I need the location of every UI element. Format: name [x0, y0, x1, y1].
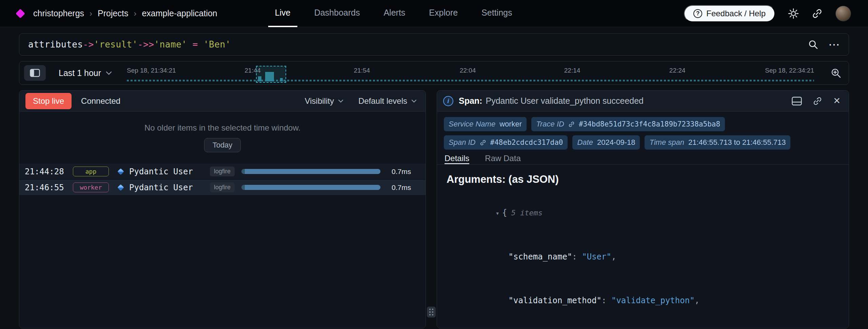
- query-token: ->>: [138, 39, 154, 50]
- info-icon: i: [443, 96, 453, 106]
- json-tree: ▾{5 items "schema_name": "User", "valida…: [447, 191, 839, 328]
- link-icon: [480, 139, 486, 146]
- chip-value: #48eb2cdcdc317da0: [490, 138, 563, 147]
- detail-tabs: Details Raw Data: [437, 154, 849, 164]
- timeline-tick: 22:14: [564, 67, 580, 74]
- tab-details[interactable]: Details: [445, 154, 469, 164]
- today-button[interactable]: Today: [204, 138, 241, 152]
- query-token: 'name': [154, 39, 187, 50]
- chip-value: 21:46:55.713 to 21:46:55.713: [688, 138, 786, 147]
- share-link-icon[interactable]: [812, 8, 823, 19]
- json-line: ▾"input_data": {3 items: [447, 323, 839, 328]
- sidebar-toggle-button[interactable]: [24, 65, 46, 81]
- duration-bar: [241, 169, 385, 174]
- timeline-tick: 22:24: [669, 67, 686, 74]
- query-token: ->: [83, 39, 94, 50]
- tab-alerts[interactable]: Alerts: [377, 0, 412, 27]
- collapse-caret-icon[interactable]: ▾: [496, 206, 499, 220]
- zoom-in-icon[interactable]: [830, 67, 841, 78]
- query-token: =: [187, 39, 203, 50]
- span-label: Span:: [459, 96, 482, 105]
- tab-raw-data[interactable]: Raw Data: [485, 154, 520, 164]
- empty-window-message: No older items in the selected time wind…: [19, 123, 426, 133]
- user-avatar[interactable]: [835, 6, 851, 21]
- top-nav: christophergs › Projects › example-appli…: [0, 0, 868, 27]
- tab-explore[interactable]: Explore: [422, 0, 465, 27]
- timeline-tick: 21:54: [354, 67, 370, 74]
- breadcrumb-separator-icon: ›: [90, 9, 92, 18]
- service-tag: app: [73, 167, 109, 176]
- scope-badge: logfire: [210, 167, 235, 176]
- panel-resize-handle[interactable]: [427, 307, 436, 317]
- scope-badge: logfire: [210, 182, 235, 192]
- query-more-menu-icon[interactable]: ⋯: [828, 41, 840, 48]
- chip-label: Time span: [649, 138, 684, 147]
- tab-dashboards[interactable]: Dashboards: [308, 0, 367, 27]
- trace-id-chip[interactable]: Trace ID #34bd8e51d73c3f4c8a189b72338a5b…: [531, 117, 725, 131]
- live-feed-panel: Stop live Connected Visibility Default l…: [19, 90, 426, 328]
- json-line: ▾{5 items: [447, 191, 839, 235]
- nav-right-cluster: ? Feedback / Help: [684, 5, 851, 22]
- span-kind-icon: [117, 168, 124, 175]
- span-row[interactable]: 21:44:28 app Pydantic User logfire 0.7ms: [19, 164, 426, 179]
- span-id-chip[interactable]: Span ID #48eb2cdcdc317da0: [444, 135, 568, 150]
- live-feed-header: Stop live Connected Visibility Default l…: [19, 91, 426, 112]
- chip-label: Span ID: [449, 138, 476, 147]
- default-levels-dropdown[interactable]: Default levels: [358, 96, 417, 106]
- theme-toggle-icon[interactable]: [788, 8, 799, 19]
- span-rows: 21:44:28 app Pydantic User logfire 0.7ms…: [19, 164, 426, 195]
- chip-label: Service Name: [449, 120, 495, 129]
- time-range-label: Last 1 hour: [59, 68, 101, 78]
- search-icon[interactable]: [808, 39, 818, 50]
- service-tag: worker: [73, 182, 109, 192]
- json-line: "schema_name": "User",: [447, 235, 839, 279]
- breadcrumb-projects[interactable]: Projects: [98, 8, 128, 18]
- chip-label: Date: [577, 138, 593, 147]
- brand-logo-icon[interactable]: [16, 8, 25, 18]
- span-time: 21:46:55: [25, 183, 68, 192]
- duration-bar: [241, 185, 385, 190]
- span-kind-icon: [117, 184, 124, 191]
- chip-value: worker: [499, 120, 522, 129]
- chevron-down-icon: [411, 99, 417, 103]
- main-nav: Live Dashboards Alerts Explore Settings: [268, 0, 519, 27]
- breadcrumb-org[interactable]: christophergs: [33, 8, 84, 18]
- span-duration: 0.7ms: [392, 183, 420, 192]
- span-metadata-chips: Service Name worker Trace ID #34bd8e51d7…: [437, 112, 849, 151]
- main-split: Stop live Connected Visibility Default l…: [19, 90, 849, 328]
- span-name: Pydantic User validate_python succeeded: [486, 96, 644, 105]
- breadcrumb: christophergs › Projects › example-appli…: [33, 8, 217, 18]
- span-row[interactable]: 21:46:55 worker Pydantic User logfire 0.…: [19, 180, 426, 195]
- span-title: Pydantic User: [129, 167, 210, 176]
- query-token: attributes: [28, 39, 83, 50]
- breadcrumb-project-name[interactable]: example-application: [142, 8, 217, 18]
- stop-live-button[interactable]: Stop live: [25, 93, 72, 109]
- timeline-activity-ruler: [127, 80, 814, 81]
- feedback-help-button[interactable]: ? Feedback / Help: [684, 5, 775, 22]
- span-title: Pydantic User: [129, 183, 210, 192]
- span-duration: 0.7ms: [392, 168, 420, 176]
- timeline-tick: 22:04: [460, 67, 476, 74]
- dock-panel-icon[interactable]: [792, 97, 802, 105]
- query-bar: attributes->'result'->>'name' = 'Ben' ⋯: [19, 33, 849, 56]
- connection-status: Connected: [81, 96, 120, 106]
- question-icon: ?: [693, 9, 702, 18]
- chevron-down-icon: [106, 71, 112, 75]
- span-detail-panel: i Span:Pydantic User validate_python suc…: [437, 90, 849, 328]
- visibility-dropdown[interactable]: Visibility: [305, 96, 343, 106]
- close-icon[interactable]: ✕: [833, 96, 841, 106]
- query-token: 'Ben': [203, 39, 231, 50]
- tab-settings[interactable]: Settings: [475, 0, 519, 27]
- copy-link-icon[interactable]: [813, 96, 822, 106]
- feedback-help-label: Feedback / Help: [706, 9, 766, 18]
- timeline-strip[interactable]: Sep 18, 21:34:21 21:44 21:54 22:04 22:14…: [127, 61, 814, 84]
- tab-live[interactable]: Live: [268, 0, 297, 27]
- timeline-selection[interactable]: [256, 66, 286, 83]
- timeline-tick: Sep 18, 21:34:21: [127, 67, 176, 74]
- arguments-heading: Arguments: (as JSON): [447, 173, 839, 186]
- query-token: 'result': [94, 39, 138, 50]
- default-levels-label: Default levels: [358, 96, 407, 106]
- span-detail-header: i Span:Pydantic User validate_python suc…: [437, 91, 849, 112]
- time-range-selector[interactable]: Last 1 hour: [59, 68, 112, 78]
- query-input[interactable]: attributes->'result'->>'name' = 'Ben': [28, 39, 808, 50]
